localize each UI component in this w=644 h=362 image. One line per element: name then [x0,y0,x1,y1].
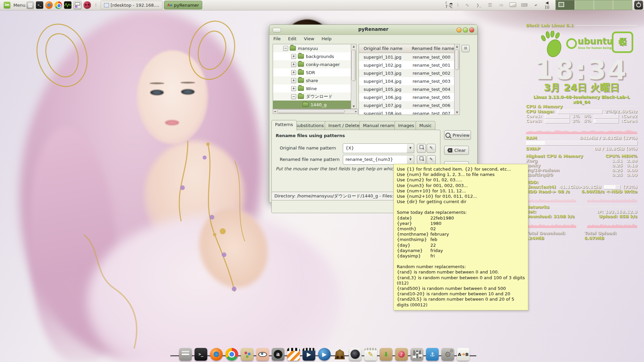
expand-icon[interactable]: + [291,86,296,91]
minimize-button[interactable] [457,27,462,33]
column-header-renamed[interactable]: Renamed file name [410,46,454,51]
dock-anchor-tool-icon[interactable]: ⚓ [426,348,439,361]
dock-dictionary-icon[interactable]: A➜B [457,348,470,361]
dock-video-player-icon[interactable]: ▶ [303,348,315,361]
tree-item-sdr[interactable]: +SDR [273,68,351,76]
cpu-section-header: CPU & Memory [526,104,562,109]
power-button[interactable] [634,1,643,9]
dock-terminal-icon[interactable]: >_ [195,348,207,361]
preview-button[interactable]: Preview [444,130,471,140]
file-row[interactable]: supergirl_105.jpgrename_test_004 [359,85,454,93]
close-button[interactable] [469,27,474,33]
maximize-button[interactable] [463,27,468,33]
file-row[interactable]: supergirl_107.jpgrename_test_006 [359,101,454,109]
dock-system-settings-icon[interactable]: ⚙⚙ [441,348,454,361]
tree-item-1440g-selected[interactable]: 1440_g [273,101,351,109]
raspberry-pi-launcher-icon[interactable] [84,1,91,9]
column-select-button[interactable]: ⊟ [462,45,470,52]
tree-item-backgrounds[interactable]: +backgrounds [273,52,351,60]
dock-text-editor-icon[interactable]: ✎ [364,348,377,361]
tree-horizontal-scrollbar[interactable]: ◄► [273,109,358,114]
expand-icon[interactable]: + [291,78,296,83]
terminal-launcher-icon[interactable]: >_ [36,1,43,9]
column-header-original[interactable]: Original file name [359,46,410,51]
tree-item-conky-manager[interactable]: +conky-manager [273,60,351,68]
workspace-3[interactable] [594,0,613,10]
menu-edit[interactable]: Edit [288,36,297,41]
workspace-1[interactable] [556,0,575,10]
core3-bar [545,119,570,123]
tooltip-line: {rand500} is random number between 0 and… [397,286,525,291]
menu-lines-icon[interactable]: ☰ [487,2,493,8]
dock-file-manager-icon[interactable] [179,348,192,361]
dock-gimp-icon[interactable] [241,348,254,361]
original-pattern-insert-button[interactable]: ↓ [417,144,426,153]
expand-icon[interactable]: + [291,70,296,75]
clear-button[interactable]: × Clear [444,146,469,155]
chrome-launcher-icon[interactable] [55,1,62,9]
tree-item-mansyuu[interactable]: −mansyuu [273,44,351,52]
dock-owl-app-icon[interactable] [333,348,346,361]
collapse-icon[interactable]: − [283,46,288,51]
dock-media-player-icon[interactable]: ▶ [318,348,331,361]
renamed-pattern-edit-button[interactable]: ✎… [427,155,436,164]
dock-audacious-icon[interactable]: a [272,348,284,361]
bar-chart-icon[interactable]: ılı [498,3,505,7]
renamed-pattern-dropdown[interactable]: ▼ [407,155,414,165]
tree-item-share[interactable]: +share [273,76,351,84]
prompt-icon[interactable]: ❯_ [475,3,482,7]
taskbar-item-pyrenamer[interactable]: Ae pyRenamer [164,1,202,9]
dock-image-viewer-icon[interactable] [256,348,269,361]
menu-file[interactable]: File [273,36,281,41]
dock-firefox-icon[interactable] [210,348,223,361]
collapse-icon[interactable]: − [291,94,296,99]
tree-item-downloads[interactable]: −ダウンロード [273,93,351,101]
tree-vertical-scrollbar[interactable]: ▲▼ [351,44,357,109]
dock-chrome-icon[interactable] [225,348,238,361]
dock-package-installer-icon[interactable]: ⬇ [380,348,392,361]
file-list-scrollbar[interactable]: ▲▼ [454,44,460,115]
file-row[interactable]: supergirl_103.jpgrename_test_002 [359,69,454,77]
dock-video-editor-icon[interactable] [287,348,300,361]
renamed-pattern-input[interactable]: rename_test_{num3} [343,155,407,165]
original-pattern-edit-button[interactable]: ✎… [427,144,436,153]
expand-icon[interactable]: + [291,54,296,59]
keyboard-icon[interactable]: ⌨ [521,2,528,8]
menu-button[interactable]: lm Menu [0,2,25,8]
picture-icon[interactable] [509,2,516,8]
tree-item-wine[interactable]: +Wine [273,84,351,93]
dock-audio-package-icon[interactable]: ♪ [395,348,408,361]
renamed-pattern-insert-button[interactable]: ↓ [417,155,426,164]
titlebar[interactable]: pyRenamer [269,25,477,35]
workspace-switcher[interactable] [555,0,632,10]
file-manager-launcher-icon[interactable] [26,1,34,9]
file-row[interactable]: supergirl_101.jpgrename_test_000 [359,53,454,61]
workspace-2[interactable] [575,0,594,10]
plug-icon[interactable]: ⌁ [531,1,540,9]
original-pattern-dropdown[interactable]: ▼ [407,143,414,153]
original-pattern-input[interactable]: {X} [343,143,407,153]
dock-mixer-icon[interactable] [411,348,423,361]
weather-applet[interactable]: ☾☁ 7 °C [445,1,453,9]
file-row[interactable]: supergirl_106.jpgrename_test_005 [359,93,454,101]
workspace-4[interactable] [613,0,632,10]
menu-view[interactable]: View [304,36,314,41]
signal-generator-launcher-icon[interactable] [73,1,82,9]
oscilloscope-launcher-icon[interactable] [64,1,71,9]
tab-patterns[interactable]: Patterns [271,120,297,130]
activity-wave-icon[interactable]: ∿ [464,2,471,8]
tab-insert-delete[interactable]: Insert / Delete [325,121,363,130]
dock-camera-icon[interactable] [349,348,362,361]
file-row[interactable]: supergirl_104.jpgrename_test_003 [359,77,454,85]
tab-substitutions[interactable]: Substitutions [291,121,327,130]
volume-icon[interactable]: ▶))) [544,0,550,10]
tooltip-line: {rand20,5} is random number between 0 an… [397,297,525,307]
file-row[interactable]: supergirl_108.jpgrename_test_007 [359,109,454,115]
tab-images[interactable]: Images [394,121,418,130]
tab-music[interactable]: Music [416,121,435,130]
taskbar-item-rdesktop[interactable]: [rdesktop - 192.168.... [101,1,163,9]
menu-help[interactable]: Help [322,36,332,41]
expand-icon[interactable]: + [291,62,296,67]
file-row[interactable]: supergirl_102.jpgrename_test_001 [359,61,454,69]
firefox-launcher-icon[interactable] [45,1,53,9]
